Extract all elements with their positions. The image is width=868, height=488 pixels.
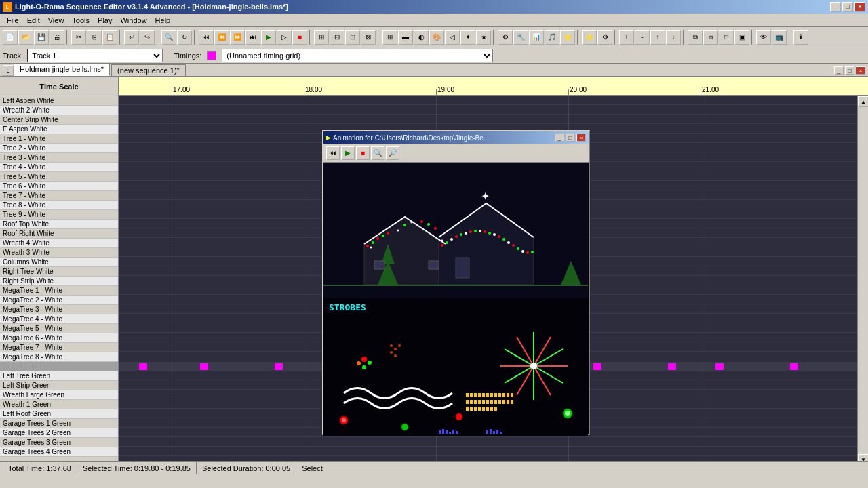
list-item[interactable]: Wreath 3 White bbox=[0, 248, 118, 258]
list-item[interactable]: Roof Top White bbox=[0, 220, 118, 229]
maximize-button[interactable]: □ bbox=[842, 2, 853, 12]
pref-button[interactable]: ⚙ bbox=[597, 30, 612, 45]
list-item[interactable]: Tree 6 - White bbox=[0, 182, 118, 191]
timings-select[interactable]: (Unnamed timing grid) bbox=[222, 49, 493, 62]
list-item[interactable]: MegaTree 3 - White bbox=[0, 305, 118, 314]
grid-row[interactable] bbox=[119, 115, 857, 124]
new-button[interactable]: 📄 bbox=[3, 30, 18, 45]
menu-help[interactable]: Help bbox=[151, 15, 175, 26]
menu-play[interactable]: Play bbox=[94, 15, 116, 26]
zoom-sel-button[interactable]: ⊡ bbox=[345, 30, 360, 45]
seq-maximize-btn[interactable]: □ bbox=[845, 66, 854, 75]
list-item[interactable]: Tree 5 - White bbox=[0, 172, 118, 182]
layer2-button[interactable]: ⧈ bbox=[703, 30, 718, 45]
menu-edit[interactable]: Edit bbox=[23, 15, 44, 26]
scroll-up-btn[interactable]: ▲ bbox=[858, 96, 868, 107]
list-item[interactable]: Garage Trees 4 Green bbox=[0, 447, 118, 457]
zoom-n-button[interactable]: ⊟ bbox=[330, 30, 344, 45]
tool4-button[interactable]: 🎵 bbox=[545, 30, 559, 45]
anim-play-btn[interactable]: ▶ bbox=[341, 146, 355, 160]
move-up-button[interactable]: ↑ bbox=[650, 30, 665, 45]
tab-icon[interactable]: L bbox=[3, 65, 14, 76]
list-item[interactable]: Right Tree White bbox=[0, 267, 118, 277]
layer4-button[interactable]: ▣ bbox=[734, 30, 749, 45]
copy-button[interactable]: ⎘ bbox=[87, 30, 102, 45]
tab-main-file[interactable]: Holdman-jingle-bells.lms* bbox=[14, 63, 110, 76]
loop-button[interactable]: ↻ bbox=[177, 30, 192, 45]
info-button[interactable]: ℹ bbox=[793, 30, 808, 45]
list-item[interactable]: Garage Trees 2 Green bbox=[0, 428, 118, 438]
vertical-scrollbar[interactable]: ▲ ▼ bbox=[857, 96, 868, 465]
layer1-button[interactable]: ⧉ bbox=[688, 30, 703, 45]
list-item[interactable]: MegaTree 4 - White bbox=[0, 314, 118, 324]
list-item[interactable]: Tree 7 - White bbox=[0, 191, 118, 201]
grid-row[interactable] bbox=[119, 106, 857, 115]
list-item[interactable]: Tree 8 - White bbox=[0, 201, 118, 210]
anim-maximize-btn[interactable]: □ bbox=[566, 134, 575, 142]
bar-button[interactable]: ▬ bbox=[398, 30, 413, 45]
grid-row[interactable] bbox=[119, 447, 857, 456]
list-item[interactable]: Wreath 1 Green bbox=[0, 400, 118, 409]
redo-button[interactable]: ↪ bbox=[140, 30, 155, 45]
find-button[interactable]: 🔍 bbox=[161, 30, 176, 45]
cut-button[interactable]: ✂ bbox=[71, 30, 86, 45]
play-sel-button[interactable]: ▷ bbox=[277, 30, 292, 45]
menu-tools[interactable]: Tools bbox=[68, 15, 94, 26]
list-item[interactable]: MegaTree 5 - White bbox=[0, 324, 118, 333]
tool1-button[interactable]: ⚙ bbox=[498, 30, 513, 45]
list-item[interactable]: Garage Trees 3 Green bbox=[0, 438, 118, 447]
grid-row[interactable] bbox=[119, 438, 857, 447]
anim-stop-btn[interactable]: ■ bbox=[356, 146, 370, 160]
list-item[interactable]: MegaTree 2 - White bbox=[0, 296, 118, 305]
close-button[interactable]: × bbox=[854, 2, 865, 12]
play-fwd-button[interactable]: ⏭ bbox=[245, 30, 260, 45]
menu-window[interactable]: Window bbox=[116, 15, 151, 26]
play-next-button[interactable]: ⏩ bbox=[230, 30, 245, 45]
view1-button[interactable]: 👁 bbox=[756, 30, 771, 45]
list-item[interactable]: Right Strip White bbox=[0, 277, 118, 286]
move-down-button[interactable]: ↓ bbox=[666, 30, 681, 45]
list-item[interactable]: E Aspen White bbox=[0, 125, 118, 134]
twinkle-button[interactable]: ★ bbox=[476, 30, 491, 45]
track-select[interactable]: Track 1 bbox=[27, 49, 163, 62]
tool3-button[interactable]: 📊 bbox=[529, 30, 544, 45]
play-back-button[interactable]: ⏮ bbox=[199, 30, 214, 45]
list-item[interactable]: Tree 4 - White bbox=[0, 163, 118, 172]
menu-file[interactable]: File bbox=[3, 15, 23, 26]
list-item[interactable]: Tree 3 - White bbox=[0, 153, 118, 163]
list-item[interactable]: Tree 1 - White bbox=[0, 134, 118, 144]
star-button[interactable]: ⭐ bbox=[582, 30, 597, 45]
list-item[interactable]: Left Roof Green bbox=[0, 409, 118, 419]
minimize-button[interactable]: _ bbox=[830, 2, 841, 12]
play-prev-button[interactable]: ⏪ bbox=[214, 30, 229, 45]
list-item[interactable]: MegaTree 7 - White bbox=[0, 343, 118, 352]
tab-new-seq[interactable]: (new sequence 1)* bbox=[111, 64, 186, 76]
grid-row[interactable] bbox=[119, 96, 857, 105]
anim-zoom-in-btn[interactable]: 🔍 bbox=[371, 146, 384, 160]
del-chan-button[interactable]: - bbox=[635, 30, 650, 45]
list-item[interactable]: Wreath Large Green bbox=[0, 390, 118, 400]
tool2-button[interactable]: 🔧 bbox=[513, 30, 528, 45]
list-item[interactable]: Garage Trees 1 Green bbox=[0, 419, 118, 428]
view2-button[interactable]: 📺 bbox=[772, 30, 787, 45]
anim-zoom-out-btn[interactable]: 🔎 bbox=[386, 146, 399, 160]
anim-close-btn[interactable]: × bbox=[576, 134, 586, 142]
menu-view[interactable]: View bbox=[44, 15, 68, 26]
fade-button[interactable]: ◁ bbox=[445, 30, 460, 45]
grid-button[interactable]: ⊞ bbox=[382, 30, 397, 45]
print-button[interactable]: 🖨 bbox=[50, 30, 64, 45]
list-item[interactable]: MegaTree 1 - White bbox=[0, 286, 118, 296]
stop-button[interactable]: ■ bbox=[292, 30, 307, 45]
tool5-button[interactable]: ⭐ bbox=[560, 30, 575, 45]
list-item[interactable]: Wreath 2 White bbox=[0, 106, 118, 115]
list-item[interactable]: Columns White bbox=[0, 258, 118, 267]
zoom-all-button[interactable]: ⊠ bbox=[361, 30, 376, 45]
seq-minimize-btn[interactable]: _ bbox=[834, 66, 844, 75]
list-item[interactable]: Roof Right White bbox=[0, 229, 118, 239]
list-item[interactable]: MegaTree 8 - White bbox=[0, 352, 118, 362]
list-item[interactable]: Tree 9 - White bbox=[0, 210, 118, 220]
list-item[interactable]: Left Tree Green bbox=[0, 371, 118, 381]
anim-minimize-btn[interactable]: _ bbox=[555, 134, 564, 142]
save-button[interactable]: 💾 bbox=[34, 30, 49, 45]
layer3-button[interactable]: □ bbox=[719, 30, 734, 45]
